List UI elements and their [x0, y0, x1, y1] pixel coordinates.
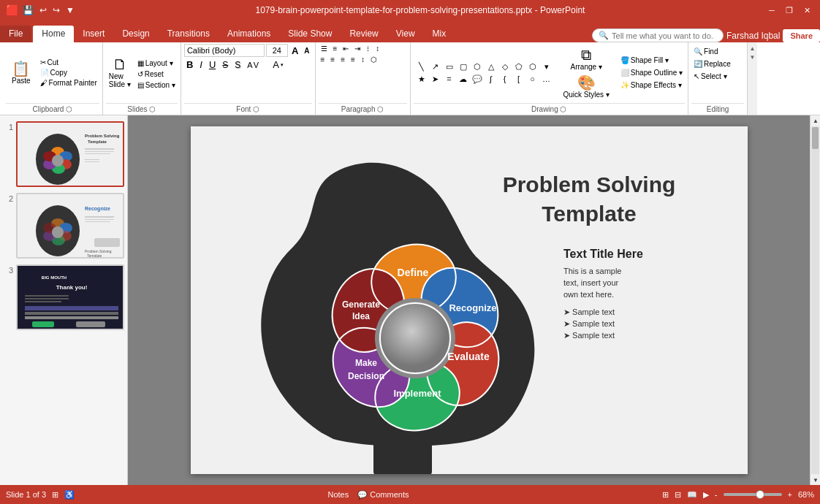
align-right-button[interactable]: ≡: [338, 55, 347, 64]
slide-thumbnail-3[interactable]: 3 BIG MOUTH Thank you!: [3, 264, 124, 330]
tab-file[interactable]: File: [0, 26, 31, 42]
decrease-font-button[interactable]: A: [302, 46, 311, 56]
slide-thumbnail-2[interactable]: 2 Recognize Problem S: [3, 193, 124, 259]
shape-bracket[interactable]: [: [512, 73, 525, 85]
layout-button[interactable]: ▦ Layout ▾: [135, 58, 178, 68]
increase-font-button[interactable]: A: [289, 45, 300, 57]
find-button[interactable]: 🔍 Find: [691, 47, 720, 56]
decrease-indent-button[interactable]: ⇤: [341, 44, 351, 53]
slide-preview-3[interactable]: BIG MOUTH Thank you!: [16, 264, 124, 330]
slide-preview-1[interactable]: Problem Solving Template: [16, 121, 124, 187]
zoom-slider[interactable]: [724, 493, 782, 496]
close-button[interactable]: ✕: [800, 3, 814, 18]
shape-rect[interactable]: ▭: [443, 61, 456, 72]
format-painter-button[interactable]: 🖌 Format Painter: [38, 78, 99, 88]
notes-button[interactable]: Notes: [327, 490, 349, 499]
shape-curve[interactable]: ∫: [485, 73, 498, 85]
underline-button[interactable]: U: [207, 58, 218, 71]
tell-me-box[interactable]: 🔍: [592, 28, 724, 42]
zoom-in-button[interactable]: +: [788, 490, 792, 499]
customize-quickaccess[interactable]: ▼: [64, 4, 76, 17]
undo-quickaccess[interactable]: ↩: [38, 4, 48, 17]
shapes-gallery[interactable]: ╲ ↗ ▭ ▢ ⬡ △ ◇ ⬠ ⬡ ▾ ★ ➤ = ☁ 💬 ∫ { [ ○ …: [414, 59, 555, 86]
share-button[interactable]: Share: [783, 29, 820, 42]
shape-outline-button[interactable]: ⬜ Shape Outline ▾: [618, 68, 685, 77]
restore-button[interactable]: ❐: [782, 3, 797, 18]
arrange-button[interactable]: ⧉ Arrange ▾: [561, 46, 612, 72]
quick-styles-button[interactable]: 🎨 Quick Styles ▾: [561, 74, 612, 100]
normal-view-button[interactable]: ⊞: [662, 490, 669, 500]
italic-button[interactable]: I: [197, 58, 205, 71]
slide-preview-2[interactable]: Recognize Problem Solving Template: [16, 193, 124, 259]
new-slide-button[interactable]: 🗋 NewSlide ▾: [106, 56, 134, 90]
tab-mix[interactable]: Mix: [424, 26, 455, 42]
justify-button[interactable]: ≡: [349, 55, 357, 64]
tell-me-input[interactable]: [612, 31, 714, 40]
reading-view-button[interactable]: 📖: [687, 490, 697, 500]
shape-cloud[interactable]: ☁: [457, 73, 470, 85]
paste-button[interactable]: 📋 Paste: [6, 60, 37, 86]
numbering-button[interactable]: ≡: [331, 44, 340, 53]
shape-eq[interactable]: =: [443, 73, 456, 85]
shape-brace[interactable]: {: [498, 73, 512, 85]
char-spacing-button[interactable]: AV: [245, 60, 262, 70]
tab-review[interactable]: Review: [341, 26, 387, 42]
ribbon-scroll-up[interactable]: ▲: [748, 44, 757, 53]
increase-indent-button[interactable]: ⇥: [352, 44, 362, 53]
scroll-down-button[interactable]: ▼: [810, 475, 820, 485]
replace-button[interactable]: 🔄 Replace: [691, 59, 733, 69]
slideshow-button[interactable]: ▶: [703, 490, 709, 500]
strikethrough-button[interactable]: S: [220, 59, 230, 71]
shadow-button[interactable]: S: [232, 59, 243, 71]
cut-button[interactable]: ✂ Cut: [38, 58, 99, 67]
copy-button[interactable]: 📄 Copy: [38, 68, 99, 77]
redo-quickaccess[interactable]: ↪: [51, 4, 61, 17]
tab-view[interactable]: View: [387, 26, 424, 42]
shape-line[interactable]: ╲: [415, 61, 428, 72]
tab-design[interactable]: Design: [113, 26, 158, 42]
bold-button[interactable]: B: [184, 58, 195, 71]
columns-button[interactable]: ⫶: [364, 44, 372, 53]
slide-thumbnail-1[interactable]: 1 Problem Solving Template: [3, 121, 124, 187]
zoom-out-button[interactable]: -: [715, 490, 718, 499]
convert-smartart-button[interactable]: ⬡: [368, 55, 379, 64]
font-family-select[interactable]: Calibri (Body): [184, 44, 265, 57]
align-center-button[interactable]: ≡: [328, 55, 337, 64]
line-spacing-button[interactable]: ↕: [359, 55, 367, 64]
shape-star[interactable]: ★: [415, 73, 428, 85]
shapes-more[interactable]: ▾: [540, 61, 553, 72]
save-quickaccess[interactable]: 💾: [21, 4, 35, 17]
shape-arrow2[interactable]: ➤: [429, 73, 442, 85]
tab-animations[interactable]: Animations: [219, 26, 279, 42]
tab-home[interactable]: Home: [33, 26, 74, 42]
shape-oval[interactable]: ○: [526, 73, 539, 85]
bullets-button[interactable]: ☰: [319, 44, 330, 53]
shape-diamond[interactable]: ◇: [498, 61, 512, 72]
font-color-button[interactable]: A▾: [270, 58, 286, 71]
scroll-up-button[interactable]: ▲: [810, 115, 820, 126]
shape-more2[interactable]: …: [540, 73, 553, 85]
slide-canvas[interactable]: Define Recognize Evaluate Implement Make…: [191, 126, 748, 474]
minimize-button[interactable]: ─: [764, 3, 779, 18]
tab-transitions[interactable]: Transitions: [159, 26, 219, 42]
shape-effects-button[interactable]: ✨ Shape Effects ▾: [618, 80, 685, 90]
shape-snip[interactable]: ⬡: [471, 61, 484, 72]
text-direction-button[interactable]: ↕: [373, 44, 381, 53]
shape-rrect[interactable]: ▢: [457, 61, 470, 72]
slide-sorter-button[interactable]: ⊟: [675, 490, 681, 500]
comments-button[interactable]: 💬 Comments: [357, 490, 409, 500]
ribbon-scroll-down[interactable]: ▼: [748, 53, 757, 61]
select-button[interactable]: ↖ Select ▾: [691, 72, 729, 81]
shape-fill-button[interactable]: 🪣 Shape Fill ▾: [618, 56, 685, 65]
shape-arrow[interactable]: ↗: [429, 61, 442, 72]
tab-insert[interactable]: Insert: [74, 26, 113, 42]
section-button[interactable]: ▤ Section ▾: [135, 80, 178, 90]
font-size-select[interactable]: 24: [266, 44, 288, 57]
shape-triangle[interactable]: △: [485, 61, 498, 72]
shape-hex[interactable]: ⬡: [526, 61, 539, 72]
shape-callout[interactable]: 💬: [471, 73, 484, 85]
shape-pentagon[interactable]: ⬠: [512, 61, 525, 72]
tab-slideshow[interactable]: Slide Show: [279, 26, 341, 42]
reset-button[interactable]: ↺ Reset: [135, 69, 178, 79]
align-left-button[interactable]: ≡: [319, 55, 327, 64]
